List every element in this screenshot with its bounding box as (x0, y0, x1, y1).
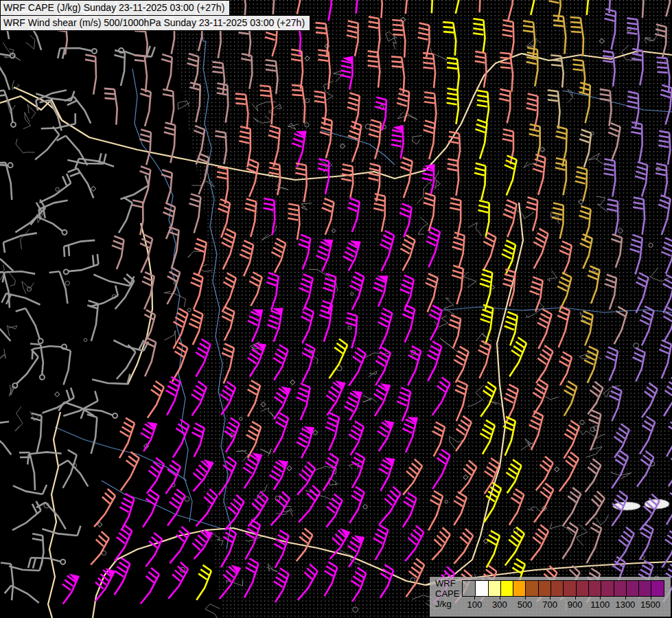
legend-swatch-row (462, 580, 664, 597)
legend-label-unit: J/kg (435, 599, 459, 609)
legend-tick-label: 500 (518, 599, 533, 610)
legend-swatch (651, 581, 663, 596)
legend-swatch (588, 581, 601, 596)
legend-swatch (538, 581, 551, 596)
map-title-windshear: WRF Wind shear (m/s) 500/1000hPa Sunday … (0, 15, 310, 31)
legend-tick-label: 1100 (590, 599, 610, 610)
legend-label-wrf: WRF (435, 578, 459, 588)
legend-tick-label: 700 (542, 599, 557, 610)
legend-swatch (475, 581, 487, 596)
legend-tick-label: 1300 (615, 599, 635, 610)
legend-swatch (525, 581, 537, 596)
legend-swatch (488, 581, 500, 596)
legend-swatch (500, 581, 513, 596)
legend-swatch (614, 581, 626, 596)
legend-swatch (563, 581, 575, 596)
map-title-cape: WRF CAPE (J/kg) Sunday 23-11-2025 03:00 … (0, 0, 230, 16)
legend-swatch (638, 581, 651, 596)
legend-swatch (576, 581, 588, 596)
legend-swatch (601, 581, 613, 596)
legend-tick-label: 100 (467, 599, 482, 610)
map-canvas (0, 0, 672, 618)
weather-map: WRF CAPE (J/kg) Sunday 23-11-2025 03:00 … (0, 0, 672, 618)
legend-swatch (551, 581, 563, 596)
legend-swatch (463, 581, 475, 596)
legend-tick-label: 900 (568, 599, 583, 610)
cape-legend: WRF CAPE J/kg 10030050070090011001300150… (430, 577, 671, 617)
legend-tick-label: 1500 (640, 599, 660, 610)
title-block: WRF CAPE (J/kg) Sunday 23-11-2025 03:00 … (0, 0, 310, 31)
legend-label-cape: CAPE (435, 588, 459, 599)
legend-tick-label: 300 (492, 599, 507, 610)
legend-swatch (626, 581, 638, 596)
legend-swatch (513, 581, 525, 596)
legend-label: WRF CAPE J/kg (435, 578, 459, 609)
